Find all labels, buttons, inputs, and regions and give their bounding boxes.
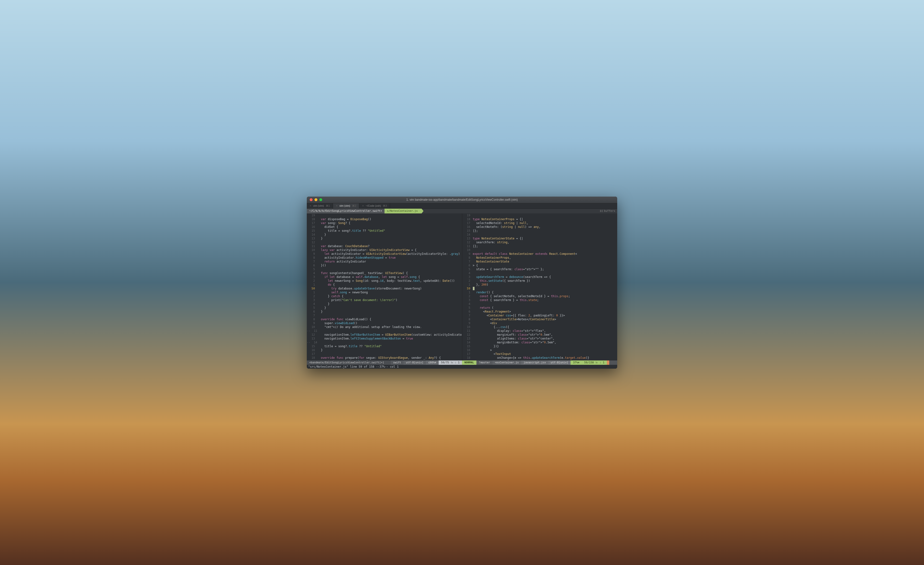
tab-label: vim (vim) <box>313 204 324 207</box>
close-icon[interactable]: × <box>336 204 338 207</box>
chevron-left-icon[interactable]: ❮❮ <box>600 209 603 213</box>
status-warning-indicator <box>607 360 609 365</box>
line-numbers-right: 1918171615141312111098765432159123456789… <box>462 213 473 360</box>
status-filename: <esContainer.js <box>492 360 521 365</box>
tab-label: vim (vim) <box>339 204 350 207</box>
tab-shortcut: ⌘3 <box>383 204 387 207</box>
tab-shortcut: ⌘2 <box>352 204 356 207</box>
editor-area: 1918171615141312111098765432150123456789… <box>307 213 617 360</box>
status-percent: 37% ≡ <box>570 360 582 365</box>
left-pane[interactable]: 1918171615141312111098765432150123456789… <box>307 213 462 360</box>
terminal-window: 1. vim bandmate-ios-app/bandmate/bandmat… <box>307 196 617 369</box>
code-left[interactable]: var disposeBag = DisposeBag() var song: … <box>317 213 462 360</box>
status-position: 59/158 ㏑ : 1 <box>582 360 607 365</box>
status-percent: ❮ 66% ≡ <box>426 360 439 365</box>
status-filepath: <bandmate/EditSongLyricsViewController.s… <box>307 360 391 365</box>
status-git-branch: ᚠ master <box>476 360 492 365</box>
tab-shortcut: ⌘1 <box>326 204 330 207</box>
right-pane[interactable]: 1918171615141312111098765432159123456789… <box>462 213 618 360</box>
tab-vim-2[interactable]: × vim (vim) ⌘2 <box>333 203 359 208</box>
status-filetype: javascript.jsx <box>521 360 548 365</box>
tab-zsh[interactable]: × ~/Code (zsh) ⌘3 <box>359 203 390 208</box>
buffer-right: ❮❮ buffers <box>600 209 617 213</box>
window-title: 1. vim bandmate-ios-app/bandmate/bandmat… <box>307 198 617 201</box>
buffer-path[interactable]: ~/C/b/b/b/EditSongLyricsViewController.s… <box>307 208 384 213</box>
command-line[interactable]: "src/NotesContainer.js" line 59 of 158 -… <box>307 365 617 369</box>
tab-bar: × vim (vim) ⌘1 × vim (vim) ⌘2 × ~/Code (… <box>307 203 617 208</box>
statusline-row: <bandmate/EditSongLyricsViewController.s… <box>307 360 617 365</box>
close-icon[interactable]: × <box>310 204 311 207</box>
branch-icon: ᚠ <box>479 361 480 364</box>
status-encoding: utf-8[unix] <box>548 360 571 365</box>
statusline-right: NORMAL ᚠ master <esContainer.js javascri… <box>462 360 617 365</box>
buffer-file[interactable]: s/NotesContainer.js <box>384 208 422 213</box>
titlebar[interactable]: 1. vim bandmate-ios-app/bandmate/bandmat… <box>307 196 617 203</box>
status-encoding: utf-8[unix] <box>404 360 426 365</box>
code-right[interactable]: type NotesContainerProps = {| selectedNo… <box>473 213 618 360</box>
tab-vim-1[interactable]: × vim (vim) ⌘1 <box>307 203 333 208</box>
close-icon[interactable]: × <box>362 204 364 207</box>
buffer-tabline: ~/C/b/b/b/EditSongLyricsViewController.s… <box>307 208 617 213</box>
status-position: 50/75 ㏑ : 1 <box>439 360 462 365</box>
line-numbers-left: 1918171615141312111098765432150123456789… <box>307 213 317 360</box>
tab-label: ~/Code (zsh) <box>366 204 381 207</box>
status-filetype: swift <box>391 360 404 365</box>
buffers-label[interactable]: buffers <box>604 209 615 213</box>
statusline-left: <bandmate/EditSongLyricsViewController.s… <box>307 360 462 365</box>
status-mode: NORMAL <box>462 360 476 365</box>
